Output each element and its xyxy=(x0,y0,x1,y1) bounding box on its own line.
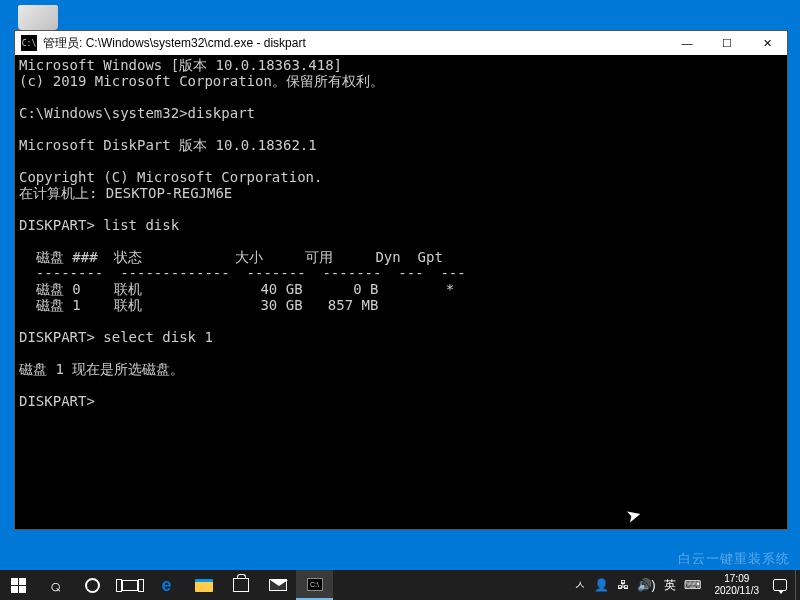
ime-lang[interactable]: 英 xyxy=(664,577,676,594)
keyboard-icon[interactable]: ⌨ xyxy=(684,578,701,592)
cortana-button[interactable] xyxy=(74,570,111,600)
store-icon xyxy=(233,578,249,592)
command-diskpart: diskpart xyxy=(188,105,255,121)
diskpart-version: Microsoft DiskPart 版本 10.0.18362.1 xyxy=(19,137,317,153)
mail-icon xyxy=(269,579,287,591)
cortana-icon xyxy=(85,578,100,593)
command-list-disk: list disk xyxy=(103,217,179,233)
table-row: 磁盘 1 联机 30 GB 857 MB xyxy=(19,297,378,313)
task-view-button[interactable] xyxy=(111,570,148,600)
diskpart-prompt: DISKPART> xyxy=(19,217,95,233)
show-desktop-button[interactable] xyxy=(795,570,800,600)
tray-chevron-icon[interactable]: ㅅ xyxy=(574,577,586,594)
store-button[interactable] xyxy=(222,570,259,600)
cmd-taskbar-button[interactable]: C:\ xyxy=(296,570,333,600)
cmd-taskbar-icon: C:\ xyxy=(307,578,323,591)
os-version: Microsoft Windows [版本 10.0.18363.418] xyxy=(19,57,342,73)
title-bar[interactable]: C:\ 管理员: C:\Windows\system32\cmd.exe - d… xyxy=(15,31,787,55)
watermark-text: 白云一键重装系统 xyxy=(678,550,790,568)
select-result: 磁盘 1 现在是所选磁盘。 xyxy=(19,361,184,377)
terminal-content[interactable]: Microsoft Windows [版本 10.0.18363.418] (c… xyxy=(15,55,787,529)
computer-name: 在计算机上: DESKTOP-REGJM6E xyxy=(19,185,232,201)
prompt-path: C:\Windows\system32> xyxy=(19,105,188,121)
edge-icon: e xyxy=(161,575,171,596)
action-center-button[interactable] xyxy=(765,579,795,591)
diskpart-copyright: Copyright (C) Microsoft Corporation. xyxy=(19,169,322,185)
maximize-button[interactable]: ☐ xyxy=(707,31,747,55)
diskpart-prompt: DISKPART> xyxy=(19,329,95,345)
tray-icons: ㅅ 👤 🖧 🔊) 英 ⌨ xyxy=(566,577,709,594)
table-divider: -------- ------------- ------- ------- -… xyxy=(19,265,466,281)
search-button[interactable] xyxy=(37,570,74,600)
table-row: 磁盘 0 联机 40 GB 0 B * xyxy=(19,281,454,297)
minimize-button[interactable]: ― xyxy=(667,31,707,55)
clock[interactable]: 17:09 2020/11/3 xyxy=(709,573,766,597)
notification-icon xyxy=(773,579,787,591)
time-text: 17:09 xyxy=(715,573,760,585)
sound-icon[interactable]: 🔊) xyxy=(637,578,656,592)
cmd-icon: C:\ xyxy=(21,35,37,51)
diskpart-prompt: DISKPART> xyxy=(19,393,95,409)
network-icon[interactable]: 🖧 xyxy=(617,578,629,592)
close-button[interactable]: ✕ xyxy=(747,31,787,55)
mail-button[interactable] xyxy=(259,570,296,600)
os-copyright: (c) 2019 Microsoft Corporation。保留所有权利。 xyxy=(19,73,384,89)
command-select-disk: select disk 1 xyxy=(103,329,213,345)
recycle-bin-icon xyxy=(18,5,58,30)
start-button[interactable] xyxy=(0,570,37,600)
edge-button[interactable]: e xyxy=(148,570,185,600)
date-text: 2020/11/3 xyxy=(715,585,760,597)
task-view-icon xyxy=(122,580,138,591)
system-tray: ㅅ 👤 🖧 🔊) 英 ⌨ 17:09 2020/11/3 xyxy=(566,570,801,600)
window-controls: ― ☐ ✕ xyxy=(667,31,787,55)
window-title: 管理员: C:\Windows\system32\cmd.exe - diskp… xyxy=(43,35,667,52)
folder-icon xyxy=(195,579,213,592)
people-icon[interactable]: 👤 xyxy=(594,578,609,592)
table-header: 磁盘 ### 状态 大小 可用 Dyn Gpt xyxy=(19,249,443,265)
file-explorer-button[interactable] xyxy=(185,570,222,600)
windows-logo-icon xyxy=(11,578,26,593)
cmd-window: C:\ 管理员: C:\Windows\system32\cmd.exe - d… xyxy=(14,30,788,530)
